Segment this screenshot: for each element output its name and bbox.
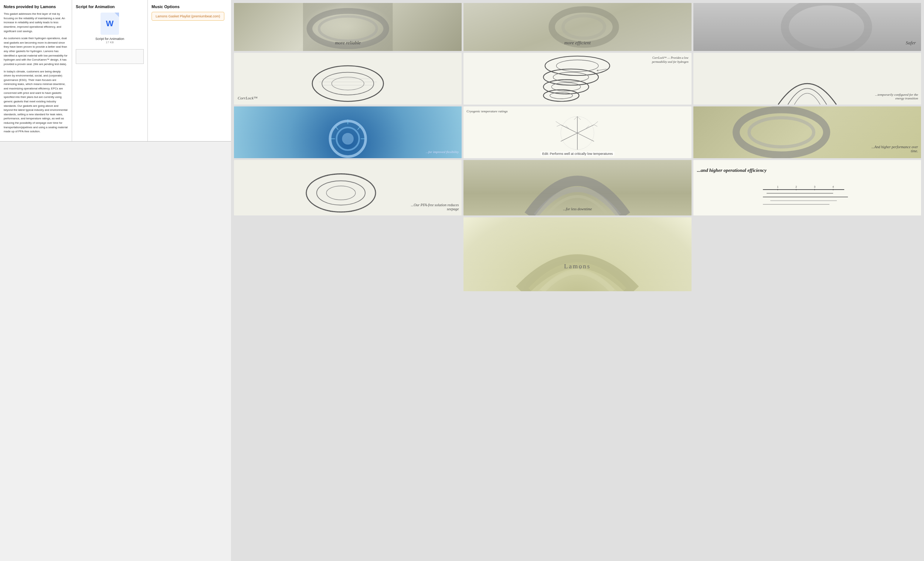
svg-point-6 bbox=[312, 66, 384, 101]
svg-line-39 bbox=[578, 116, 580, 120]
notes-section: Notes provided by Lamons This gasket add… bbox=[0, 0, 72, 141]
efficiency-label: ...and higher operational efficiency bbox=[697, 164, 766, 173]
cryo-sketch-svg bbox=[464, 106, 691, 153]
svg-point-46 bbox=[317, 181, 365, 205]
svg-line-40 bbox=[594, 122, 598, 125]
energy-label: ...temporarily configured for the energy… bbox=[870, 93, 918, 100]
corrlock-sketch-svg bbox=[234, 53, 462, 105]
img-card-9: ...And higher performance over time. bbox=[693, 106, 921, 158]
svg-line-31 bbox=[561, 125, 578, 134]
img-card-7: ...for improved flexibility bbox=[234, 106, 462, 158]
lamons-gasket-bottom-svg: Lamons ® bbox=[464, 217, 691, 291]
corrlock-label: CorrLock™ bbox=[238, 96, 258, 100]
svg-line-20 bbox=[597, 69, 606, 70]
svg-point-18 bbox=[544, 90, 579, 102]
svg-point-47 bbox=[326, 186, 356, 200]
img-card-8: Cryogenic temperature ratings Edit: Perf… bbox=[464, 106, 691, 158]
top-row: Notes provided by Lamons This gasket add… bbox=[0, 0, 231, 141]
svg-line-32 bbox=[561, 133, 578, 141]
svg-point-15 bbox=[553, 72, 589, 82]
efficiency-lines-svg: 1 2 3 4 bbox=[697, 182, 917, 212]
gasket-svg-3 bbox=[693, 3, 921, 51]
svg-text:®: ® bbox=[579, 267, 581, 270]
svg-line-35 bbox=[556, 122, 561, 125]
cryo-label: Cryogenic temperature ratings bbox=[466, 110, 507, 113]
svg-text:Lamons: Lamons bbox=[564, 263, 591, 270]
svg-point-5 bbox=[784, 3, 868, 51]
pfa-label: ...Our PFA-free solution reduces seepage bbox=[407, 203, 459, 211]
img-card-2: more efficient bbox=[464, 3, 691, 51]
music-playlist-link[interactable]: Lamons Gasket Playlist (premiumbeat.com) bbox=[152, 12, 224, 21]
script-title: Script for Animation bbox=[76, 4, 144, 9]
svg-line-38 bbox=[574, 116, 578, 120]
svg-line-34 bbox=[578, 133, 594, 141]
cryo-edit-label: Edit: Performs well at critically low te… bbox=[541, 152, 614, 156]
script-file[interactable]: W Script for Animation 17 KB bbox=[76, 13, 144, 44]
img-card-11: ...for less downtime bbox=[464, 160, 691, 216]
img-card-4: CorrLock™ bbox=[234, 53, 462, 105]
svg-text:3: 3 bbox=[814, 186, 815, 188]
img-card-12: ...and higher operational efficiency 1 bbox=[693, 160, 921, 216]
downtime-label: ...for less downtime bbox=[563, 207, 592, 211]
svg-line-41 bbox=[594, 125, 597, 127]
script-section: Script for Animation W Script for Animat… bbox=[72, 0, 148, 141]
svg-point-19 bbox=[550, 92, 573, 99]
img-card-1: more reliable bbox=[234, 3, 462, 51]
svg-point-23 bbox=[342, 133, 354, 145]
notes-para-3: In today's climate, customers are being … bbox=[4, 69, 68, 134]
image-grid: more reliable more efficient Safer bbox=[231, 0, 924, 561]
img-overlay-1: more reliable bbox=[335, 40, 360, 46]
img-card-lamons: Lamons ® bbox=[464, 217, 691, 291]
img-card-10: ...Our PFA-free solution reduces seepage bbox=[234, 160, 462, 216]
img-card-6: ...temporarily configured for the energy… bbox=[693, 53, 921, 105]
notes-para-2: As customers scale their hydrogen operat… bbox=[4, 36, 68, 66]
script-file-size: 17 KB bbox=[106, 40, 114, 44]
img-card-3: Safer bbox=[693, 3, 921, 51]
img-overlay-2: more efficient bbox=[564, 40, 591, 46]
script-upload-box[interactable] bbox=[76, 49, 144, 64]
svg-text:2: 2 bbox=[795, 186, 797, 188]
notes-para-1: This gasket addresses the first layer of… bbox=[4, 12, 68, 33]
music-section: Music Options Lamons Gasket Playlist (pr… bbox=[148, 0, 231, 141]
performance-label: ...And higher performance over time. bbox=[866, 145, 918, 153]
left-panel: Notes provided by Lamons This gasket add… bbox=[0, 0, 231, 561]
script-file-name: Script for Animation bbox=[95, 37, 124, 40]
svg-point-44 bbox=[749, 118, 813, 147]
svg-point-13 bbox=[556, 60, 599, 72]
notes-title: Notes provided by Lamons bbox=[4, 4, 68, 9]
svg-line-33 bbox=[578, 125, 594, 134]
svg-point-4 bbox=[563, 16, 604, 38]
corrlock-desc: CorrLock™ — Provides a low permeability … bbox=[652, 56, 688, 64]
img-overlay-3: Safer bbox=[906, 40, 916, 46]
svg-line-36 bbox=[557, 125, 561, 127]
music-title: Music Options bbox=[152, 4, 227, 9]
svg-text:1: 1 bbox=[777, 186, 778, 188]
word-file-icon: W bbox=[100, 13, 119, 35]
img-card-5: CorrLock™ — Provides a low permeability … bbox=[464, 53, 691, 105]
flexibility-label: ...for improved flexibility bbox=[426, 150, 459, 154]
svg-point-7 bbox=[322, 72, 374, 95]
main-layout: Notes provided by Lamons This gasket add… bbox=[0, 0, 924, 561]
svg-text:4: 4 bbox=[832, 186, 834, 188]
svg-point-8 bbox=[332, 77, 364, 90]
